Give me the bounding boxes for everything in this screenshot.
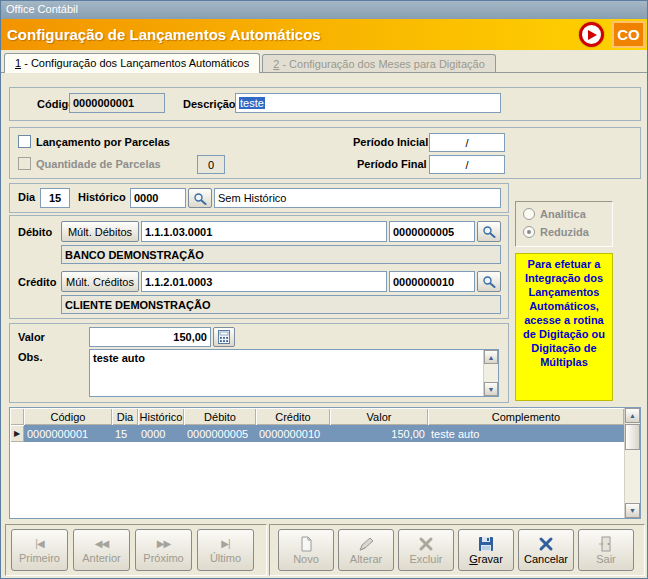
- ultimo-label: Último: [210, 552, 241, 564]
- proximo-label: Próximo: [143, 552, 183, 564]
- quantidade-parcelas-checkbox[interactable]: [18, 157, 31, 170]
- alterar-button[interactable]: Alterar: [338, 529, 394, 571]
- grid-row-selected[interactable]: ▶ 0000000001 15 0000 0000000005 00000000…: [10, 425, 624, 442]
- previous-record-icon: ◀◀: [95, 537, 108, 551]
- periodo-inicial-label: Período Inicial: [353, 136, 428, 148]
- cell-historico: 0000: [138, 425, 184, 442]
- play-icon[interactable]: [579, 22, 604, 47]
- sair-label: Sair: [596, 553, 616, 565]
- excluir-button[interactable]: Excluir: [398, 529, 454, 571]
- periodo-final-field[interactable]: /: [429, 155, 505, 174]
- credito-conta-field[interactable]: 1.1.2.01.0003: [141, 271, 387, 292]
- row-indicator-icon: ▶: [10, 425, 24, 442]
- play-triangle-icon: [588, 30, 597, 40]
- quantidade-parcelas-field[interactable]: 0: [197, 155, 225, 174]
- reduzida-label: Reduzida: [540, 226, 589, 238]
- first-record-icon: |◀: [35, 537, 43, 551]
- gravar-button[interactable]: Gravar: [458, 529, 514, 571]
- mult-creditos-button[interactable]: Múlt. Créditos: [61, 271, 139, 292]
- page-title: Configuração de Lançamentos Automáticos: [1, 26, 579, 43]
- co-logo: CO: [612, 21, 645, 48]
- periodo-inicial-field[interactable]: /: [429, 133, 505, 152]
- anterior-button[interactable]: ◀◀ Anterior: [73, 529, 130, 571]
- cell-valor: 150,00: [330, 425, 428, 442]
- dia-field[interactable]: 15: [40, 188, 70, 208]
- debito-label: Débito: [18, 226, 52, 238]
- descricao-field[interactable]: teste: [235, 93, 501, 113]
- debito-conta-field[interactable]: 1.1.1.03.0001: [141, 221, 387, 242]
- tab-label: 2 - Configuração dos Meses para Digitaçã…: [273, 58, 485, 70]
- grid-header-indicator: [10, 408, 24, 425]
- credito-reduzido-field[interactable]: 0000000010: [389, 271, 475, 292]
- grid-header-complemento: Complemento: [428, 408, 624, 425]
- lancamentos-grid: Código Dia Histórico Débito Crédito Valo…: [9, 407, 641, 519]
- grid-scroll-up-icon[interactable]: ▲: [625, 408, 640, 423]
- dia-label: Dia: [18, 191, 35, 203]
- tab-configuracao-meses[interactable]: 2 - Configuração dos Meses para Digitaçã…: [262, 54, 496, 72]
- codigo-field: 0000000001: [69, 93, 165, 113]
- descricao-label: Descrição: [183, 98, 236, 110]
- grid-header-dia: Dia: [112, 408, 138, 425]
- tab-bar: 1 - Configuração dos Lançamentos Automát…: [1, 51, 647, 73]
- window-titlebar[interactable]: Office Contábil: [1, 1, 647, 19]
- historico-search-button[interactable]: [188, 188, 212, 208]
- obs-scroll-down-icon[interactable]: ▼: [484, 382, 498, 396]
- grid-header-row: Código Dia Histórico Débito Crédito Valo…: [10, 408, 624, 425]
- obs-scrollbar[interactable]: ▲ ▼: [483, 350, 498, 396]
- reduzida-radio[interactable]: [523, 226, 535, 238]
- analitica-radio[interactable]: [523, 208, 535, 220]
- quantidade-parcelas-label: Quantidade de Parcelas: [36, 158, 161, 170]
- gravar-label: Gravar: [469, 553, 503, 565]
- grid-header-historico: Histórico: [138, 408, 184, 425]
- obs-value: teste auto: [93, 352, 145, 364]
- cell-debito: 0000000005: [184, 425, 256, 442]
- grid-scrollbar[interactable]: ▲ ▼: [624, 408, 640, 518]
- grid-header-debito: Débito: [184, 408, 256, 425]
- app-window: Office Contábil Configuração de Lançamen…: [0, 0, 648, 579]
- valor-label: Valor: [18, 331, 45, 343]
- historico-field[interactable]: 0000: [130, 188, 186, 208]
- cell-codigo: 0000000001: [24, 425, 112, 442]
- debito-search-button[interactable]: [477, 221, 501, 242]
- search-icon: [482, 275, 496, 288]
- cancel-icon: [538, 536, 554, 552]
- grid-scrollbar-thumb[interactable]: [625, 424, 640, 450]
- debito-reduzido-field[interactable]: 0000000005: [389, 221, 475, 242]
- novo-label: Novo: [293, 553, 319, 565]
- mult-debitos-button[interactable]: Múlt. Débitos: [61, 221, 139, 242]
- cell-dia: 15: [112, 425, 138, 442]
- credito-search-button[interactable]: [477, 271, 501, 292]
- descricao-value: teste: [239, 97, 265, 109]
- lancamento-parcelas-checkbox[interactable]: [18, 135, 31, 148]
- obs-label: Obs.: [18, 351, 42, 363]
- cancelar-label: Cancelar: [524, 553, 568, 565]
- analitica-label: Analítica: [540, 208, 586, 220]
- sair-button[interactable]: Sair: [578, 529, 634, 571]
- proximo-button[interactable]: ▶▶ Próximo: [135, 529, 192, 571]
- search-icon: [193, 192, 207, 205]
- historico-nome-field: Sem Histórico: [214, 188, 501, 208]
- delete-icon: [418, 536, 434, 552]
- primeiro-label: Primeiro: [19, 552, 60, 564]
- obs-scroll-up-icon[interactable]: ▲: [484, 350, 498, 364]
- novo-button[interactable]: Novo: [278, 529, 334, 571]
- cancelar-button[interactable]: Cancelar: [518, 529, 574, 571]
- primeiro-button[interactable]: |◀ Primeiro: [11, 529, 68, 571]
- valor-field[interactable]: 150,00: [89, 327, 211, 347]
- grid-scroll-down-icon[interactable]: ▼: [625, 503, 640, 518]
- tab-configuracao-lancamentos[interactable]: 1 - Configuração dos Lançamentos Automát…: [4, 53, 260, 73]
- alterar-label: Alterar: [350, 553, 382, 565]
- integration-info-box: Para efetuar a Integração dos Lançamento…: [515, 253, 613, 401]
- grid-header-credito: Crédito: [256, 408, 330, 425]
- calculator-icon: [218, 330, 230, 344]
- debito-nome-field: BANCO DEMONSTRAÇÃO: [61, 245, 501, 264]
- edit-icon: [358, 536, 374, 552]
- calculator-button[interactable]: [213, 327, 235, 347]
- ultimo-button[interactable]: ▶| Último: [197, 529, 254, 571]
- anterior-label: Anterior: [82, 552, 121, 564]
- obs-textarea[interactable]: teste auto ▲ ▼: [89, 349, 499, 397]
- periodo-final-label: Período Final: [357, 158, 427, 170]
- save-icon: [478, 536, 494, 552]
- grid-header-codigo: Código: [24, 408, 112, 425]
- cell-credito: 0000000010: [256, 425, 330, 442]
